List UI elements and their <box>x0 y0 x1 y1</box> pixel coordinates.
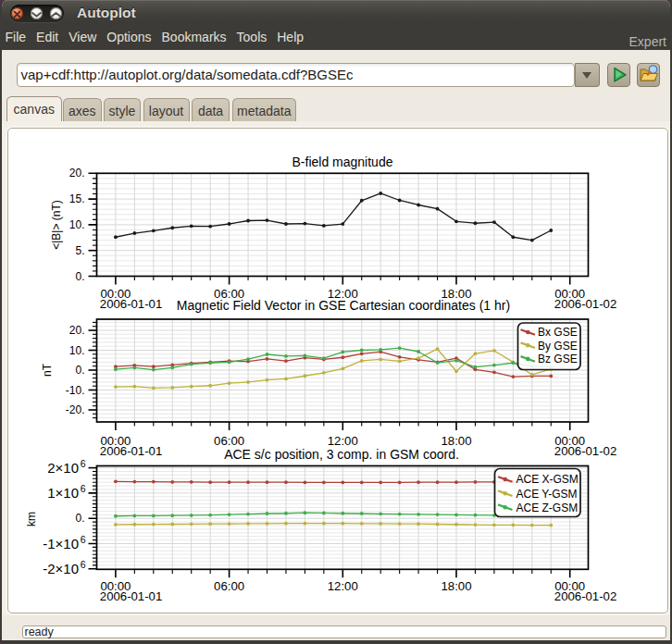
svg-text:0.: 0. <box>75 269 84 282</box>
svg-text:ACE Y-GSM: ACE Y-GSM <box>516 487 578 500</box>
svg-text:nT: nT <box>41 363 54 377</box>
svg-text:20.: 20. <box>69 324 85 337</box>
svg-text:By GSE: By GSE <box>538 339 578 352</box>
svg-text:06:00: 06:00 <box>214 433 244 447</box>
svg-text:6: 6 <box>81 482 86 493</box>
svg-text:<|B|> (nT): <|B|> (nT) <box>50 200 63 250</box>
svg-text:15.: 15. <box>69 192 85 205</box>
svg-text:10.: 10. <box>69 217 85 230</box>
svg-text:2006-01-02: 2006-01-02 <box>554 297 616 311</box>
svg-text:0.: 0. <box>75 364 84 377</box>
svg-text:12:00: 12:00 <box>328 433 358 447</box>
svg-text:2006-01-02: 2006-01-02 <box>554 589 616 603</box>
svg-text:Bx GSE: Bx GSE <box>538 326 578 339</box>
svg-text:5.: 5. <box>75 243 84 256</box>
svg-text:18:00: 18:00 <box>441 433 471 447</box>
svg-text:-2×10: -2×10 <box>43 560 79 576</box>
svg-text:2006-01-01: 2006-01-01 <box>100 589 162 603</box>
svg-text:2006-01-02: 2006-01-02 <box>554 444 616 458</box>
svg-text:6: 6 <box>81 558 86 569</box>
svg-text:2006-01-01: 2006-01-01 <box>100 297 162 311</box>
svg-text:ACE Z-GSM: ACE Z-GSM <box>516 501 579 514</box>
svg-text:Magnetic Field Vector in GSE C: Magnetic Field Vector in GSE Cartesian c… <box>177 297 510 312</box>
svg-text:1×10: 1×10 <box>47 484 79 500</box>
svg-text:ACE X-GSM: ACE X-GSM <box>516 473 579 486</box>
svg-text:0.: 0. <box>75 512 84 525</box>
svg-text:20.: 20. <box>69 167 85 180</box>
svg-text:ACE s/c position, 3 comp. in G: ACE s/c position, 3 comp. in GSM coord. <box>224 446 459 461</box>
svg-text:Bz GSE: Bz GSE <box>538 353 578 365</box>
svg-text:12:00: 12:00 <box>328 578 358 592</box>
svg-text:2×10: 2×10 <box>47 459 79 475</box>
svg-text:-20.: -20. <box>66 403 85 416</box>
svg-text:6: 6 <box>81 533 86 544</box>
svg-text:06:00: 06:00 <box>214 578 244 592</box>
svg-text:18:00: 18:00 <box>441 578 471 592</box>
svg-text:-1×10: -1×10 <box>43 535 79 551</box>
svg-text:6: 6 <box>81 457 86 468</box>
svg-text:-10.: -10. <box>66 383 85 396</box>
svg-text:B-field magnitude: B-field magnitude <box>292 154 393 168</box>
svg-text:10.: 10. <box>69 343 85 356</box>
svg-text:2006-01-01: 2006-01-01 <box>100 444 162 458</box>
svg-text:km: km <box>25 512 38 526</box>
